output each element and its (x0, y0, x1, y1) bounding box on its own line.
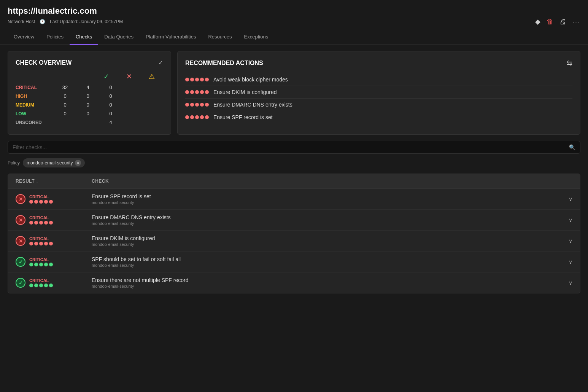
host-label: Network Host (8, 19, 35, 24)
result-cell-4: ✓ CRITICAL (16, 257, 92, 267)
severity-badge-4: CRITICAL (29, 257, 49, 262)
dot (44, 263, 48, 266)
dot (29, 200, 33, 204)
dot (49, 221, 53, 225)
tab-overview[interactable]: Overview (8, 29, 40, 45)
medium-fail: 0 (76, 102, 99, 108)
result-cell-3: ✕ CRITICAL (16, 236, 92, 246)
recommended-card: RECOMMENDED ACTIONS ⇆ Avoid weak block c… (177, 51, 580, 135)
header-meta-left: Network Host 🕐 Last Updated: January 09,… (8, 19, 123, 24)
filter-input[interactable] (13, 144, 569, 150)
low-pass: 0 (54, 111, 76, 116)
dot (200, 115, 204, 119)
chevron-icon-4[interactable]: ∨ (569, 259, 572, 265)
table-row[interactable]: ✓ CRITICAL Ensure there are not multiple… (8, 272, 580, 293)
page-title: https://lunalectric.com (8, 6, 580, 16)
check-cell-1: Ensure SPF record is set mondoo-email-se… (92, 193, 569, 205)
clock-icon: 🕐 (40, 19, 45, 24)
fail-icon-1: ✕ (16, 194, 25, 204)
table-row[interactable]: ✕ CRITICAL Ensure DMARC DNS entry exists… (8, 210, 580, 231)
print-icon[interactable]: 🖨 (559, 18, 566, 26)
critical-row: CRITICAL 32 4 0 (16, 83, 163, 92)
dot (185, 103, 189, 107)
chevron-icon-2[interactable]: ∨ (569, 217, 572, 223)
severity-badge-1: CRITICAL (29, 194, 49, 199)
col-headers: ✓ ✕ ⚠ (16, 72, 163, 81)
critical-fail: 4 (76, 84, 99, 90)
dot (200, 78, 204, 81)
tab-exceptions[interactable]: Exceptions (238, 29, 275, 45)
tab-policies[interactable]: Policies (40, 29, 70, 45)
result-status-2: CRITICAL (29, 215, 53, 225)
high-pass: 0 (54, 93, 76, 99)
recommended-label-4: Ensure SPF record is set (213, 114, 273, 120)
recommended-label-2: Ensure DKIM is configured (213, 89, 277, 95)
result-status-5: CRITICAL (29, 278, 53, 287)
check-col-header: Check (92, 178, 572, 184)
filter-tags: Policy mondoo-email-security ✕ (8, 158, 580, 167)
remove-tag-button[interactable]: ✕ (75, 160, 81, 166)
dot (195, 103, 199, 107)
dot (39, 284, 43, 287)
dot (185, 90, 189, 94)
tab-data-queries[interactable]: Data Queries (98, 29, 140, 45)
dot (205, 90, 209, 94)
recommended-item-4[interactable]: Ensure SPF record is set (185, 111, 572, 123)
tab-resources[interactable]: Resources (202, 29, 238, 45)
fail-col-header: ✕ (118, 72, 140, 81)
dot (205, 103, 209, 107)
dot (29, 263, 33, 266)
recommended-label-3: Ensure DMARC DNS entry exists (213, 102, 292, 108)
delete-icon[interactable]: 🗑 (547, 18, 553, 26)
high-label: HIGH (16, 94, 54, 99)
sort-icon[interactable]: ↓ (36, 179, 38, 183)
overview-table: ✓ ✕ ⚠ CRITICAL 32 4 0 HIGH 0 0 0 MED (16, 72, 163, 127)
recommended-header: RECOMMENDED ACTIONS ⇆ (185, 59, 572, 67)
severity-badge-2: CRITICAL (29, 215, 49, 220)
results-table: Result ↓ Check ✕ CRITICAL (8, 174, 580, 293)
medium-pass: 0 (54, 102, 76, 108)
unscored-warn: 4 (99, 120, 122, 125)
fail-icon-2: ✕ (16, 215, 25, 225)
dot (29, 284, 33, 287)
dot (200, 103, 204, 107)
dot (34, 200, 38, 204)
severity-dots-3 (29, 242, 53, 245)
dot (39, 221, 43, 225)
dot (49, 200, 53, 204)
check-name-4: SPF should be set to fail or soft fail a… (92, 256, 569, 262)
recommended-item-2[interactable]: Ensure DKIM is configured (185, 86, 572, 99)
check-policy-5: mondoo-email-security (92, 284, 569, 288)
result-status-1: CRITICAL (29, 194, 53, 204)
diamond-icon[interactable]: ◆ (535, 18, 540, 26)
dots-row-1 (185, 78, 209, 81)
more-options-icon[interactable]: ··· (572, 18, 580, 26)
chevron-icon-3[interactable]: ∨ (569, 238, 572, 244)
table-row[interactable]: ✕ CRITICAL Ensure SPF record is set mond… (8, 189, 580, 210)
low-label: LOW (16, 111, 54, 116)
pass-icon-5: ✓ (16, 278, 25, 288)
chevron-icon-1[interactable]: ∨ (569, 196, 572, 202)
recommended-item-1[interactable]: Avoid weak block cipher modes (185, 73, 572, 86)
recommended-item-3[interactable]: Ensure DMARC DNS entry exists (185, 99, 572, 111)
table-row[interactable]: ✕ CRITICAL Ensure DKIM is configured mon… (8, 231, 580, 252)
filter-bar: 🔍 (8, 141, 580, 154)
recommended-title: RECOMMENDED ACTIONS (185, 60, 263, 67)
tab-platform-vulnerabilities[interactable]: Platform Vulnerabilities (140, 29, 202, 45)
result-status-4: CRITICAL (29, 257, 53, 266)
chevron-icon-5[interactable]: ∨ (569, 280, 572, 286)
search-icon: 🔍 (569, 144, 575, 150)
dot (49, 263, 53, 266)
tab-checks[interactable]: Checks (70, 29, 98, 45)
table-row[interactable]: ✓ CRITICAL SPF should be set to fail or … (8, 252, 580, 272)
medium-warn: 0 (99, 102, 122, 108)
result-cell-1: ✕ CRITICAL (16, 194, 92, 204)
dot (29, 242, 33, 245)
high-row: HIGH 0 0 0 (16, 92, 163, 100)
check-overview-card: CHECK OVERVIEW ✓ ✓ ✕ ⚠ CRITICAL 32 4 0 H… (8, 51, 171, 135)
dot (190, 115, 194, 119)
unscored-row: UNSCORED 4 (16, 118, 163, 127)
result-cell-2: ✕ CRITICAL (16, 215, 92, 225)
check-policy-2: mondoo-email-security (92, 221, 569, 226)
severity-dots-1 (29, 200, 53, 204)
